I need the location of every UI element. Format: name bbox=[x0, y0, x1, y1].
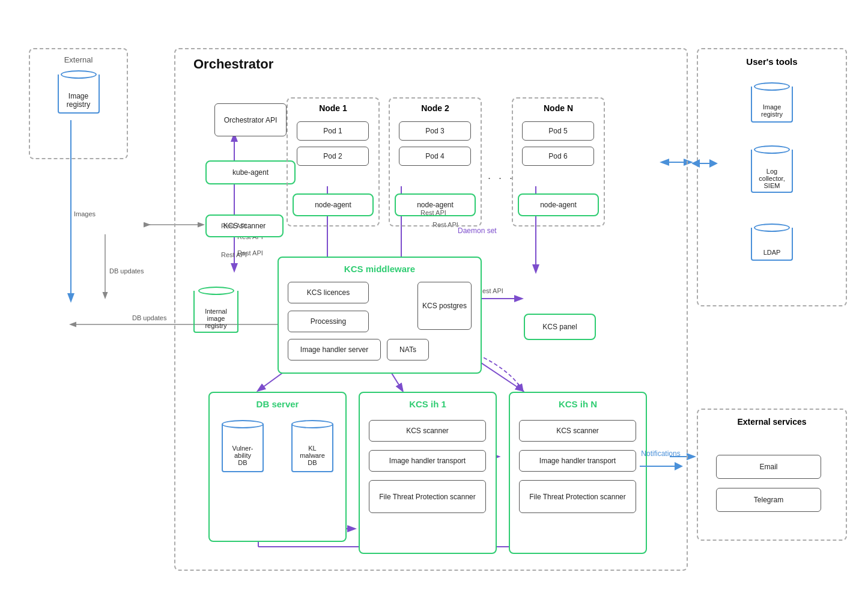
ext-image-registry-label: Imageregistry bbox=[67, 92, 90, 109]
rest-api-label-1: Rest API bbox=[221, 222, 247, 230]
ut-log-collector: Logcollector,SIEM bbox=[751, 145, 793, 193]
users-tools-box: User's tools Imageregistry Logcollector,… bbox=[697, 48, 847, 306]
ut-image-registry-label: Imageregistry bbox=[761, 103, 783, 118]
internal-registry-label: Internalimageregistry bbox=[205, 308, 227, 329]
kcs-ihN-title: KCS ih N bbox=[559, 399, 597, 409]
pod3-box: Pod 3 bbox=[399, 121, 471, 141]
orchestrator-box: Orchestrator Orchestrator API kube-agent… bbox=[174, 48, 688, 571]
kcs-ih1-transport-box: Image handler transport bbox=[369, 450, 486, 472]
kcs-middleware-box: KCS middleware KCS licences KCS postgres… bbox=[278, 257, 482, 374]
pod3-label: Pod 3 bbox=[425, 127, 444, 135]
kube-agent-label: kube-agent bbox=[232, 168, 269, 177]
processing-label: Processing bbox=[311, 317, 346, 326]
kcs-ih1-scanner-box: KCS scanner bbox=[369, 420, 486, 442]
processing-box: Processing bbox=[288, 311, 369, 332]
external-left-box: External Imageregistry bbox=[29, 48, 128, 159]
nodeN-agent-box: node-agent bbox=[518, 193, 599, 216]
kcs-licences-label: KCS licences bbox=[307, 288, 350, 297]
rest-api-label-2: Rest API bbox=[221, 251, 247, 258]
nodeN-box: Node N Pod 5 Pod 6 node-agent bbox=[512, 97, 605, 227]
vuln-db: Vulner-abilityDB bbox=[222, 420, 264, 472]
kcs-ihN-box: KCS ih N KCS scanner Image handler trans… bbox=[509, 392, 647, 554]
pod5-box: Pod 5 bbox=[522, 121, 594, 141]
node1-agent-label: node-agent bbox=[315, 201, 351, 209]
nats-label: NATs bbox=[399, 345, 416, 354]
email-label: Email bbox=[759, 463, 777, 471]
node1-box: Node 1 Pod 1 Pod 2 node-agent bbox=[287, 97, 380, 227]
external-services-title: External services bbox=[737, 417, 806, 427]
db-server-title: DB server bbox=[256, 399, 299, 409]
db-server-box: DB server Vulner-abilityDB KLmalwareDB bbox=[208, 392, 347, 542]
daemon-set-label: Daemon set bbox=[458, 227, 497, 235]
ut-image-registry: Imageregistry bbox=[751, 82, 793, 123]
db-updates-label-1: DB updates bbox=[109, 267, 144, 275]
double-arrow-svg bbox=[690, 156, 720, 171]
kcs-licences-box: KCS licences bbox=[288, 282, 369, 303]
vuln-db-label: Vulner-abilityDB bbox=[232, 445, 253, 466]
svg-text:DB updates: DB updates bbox=[132, 314, 167, 321]
nats-box: NATs bbox=[387, 339, 429, 360]
orchestrator-api-box: Orchestrator API bbox=[214, 103, 287, 136]
image-handler-server-label: Image handler server bbox=[300, 345, 368, 354]
notifications-label: Notifications bbox=[641, 449, 680, 458]
kube-agent-box: kube-agent bbox=[205, 160, 296, 184]
ut-log-collector-label: Logcollector,SIEM bbox=[759, 168, 785, 189]
image-handler-server-box: Image handler server bbox=[288, 339, 381, 360]
images-label: Images bbox=[74, 210, 96, 217]
pod6-label: Pod 6 bbox=[548, 152, 567, 160]
kl-malware-db: KLmalwareDB bbox=[291, 420, 333, 472]
kcs-ihN-transport-box: Image handler transport bbox=[519, 450, 636, 472]
external-label: External bbox=[64, 55, 93, 64]
kcs-ihN-scanner-label: KCS scanner bbox=[556, 427, 599, 435]
notifications-arrow bbox=[637, 459, 685, 473]
kcs-panel-label: KCS panel bbox=[542, 323, 577, 331]
orchestrator-api-label: Orchestrator API bbox=[224, 116, 278, 124]
kcs-ih1-title: KCS ih 1 bbox=[409, 399, 446, 409]
ut-ldap: LDAP bbox=[751, 224, 793, 261]
external-services-box: External services Email Telegram bbox=[697, 409, 847, 541]
pod4-box: Pod 4 bbox=[399, 147, 471, 166]
node2-agent-label: node-agent bbox=[417, 201, 454, 209]
kcs-ih1-scanner-label: KCS scanner bbox=[406, 427, 449, 435]
nodeN-agent-label: node-agent bbox=[540, 201, 577, 209]
ext-image-registry: Imageregistry bbox=[58, 70, 100, 114]
rest-api-label-3: Rest API bbox=[420, 209, 446, 216]
telegram-box: Telegram bbox=[716, 488, 821, 512]
email-box: Email bbox=[716, 455, 821, 479]
node1-agent-box: node-agent bbox=[293, 193, 374, 216]
nodeN-title: Node N bbox=[544, 103, 573, 113]
notifications-area: Notifications bbox=[637, 449, 685, 473]
pod1-label: Pod 1 bbox=[323, 127, 342, 135]
pod2-label: Pod 2 bbox=[323, 152, 342, 160]
kcs-postgres-label: KCS postgres bbox=[422, 302, 467, 310]
node2-box: Node 2 Pod 3 Pod 4 node-agent bbox=[389, 97, 482, 227]
pod6-box: Pod 6 bbox=[522, 147, 594, 166]
kcs-ihN-transport-label: Image handler transport bbox=[539, 457, 616, 465]
kcs-ihN-threat-box: File Threat Protection scanner bbox=[519, 480, 636, 513]
pod2-box: Pod 2 bbox=[297, 147, 369, 166]
kl-malware-db-label: KLmalwareDB bbox=[300, 445, 325, 466]
orchestrator-title: Orchestrator bbox=[193, 56, 273, 72]
pod1-box: Pod 1 bbox=[297, 121, 369, 141]
kcs-ihN-threat-label: File Threat Protection scanner bbox=[529, 493, 626, 501]
kcs-panel-box: KCS panel bbox=[524, 314, 596, 340]
internal-image-registry: Internalimageregistry bbox=[193, 287, 238, 333]
kcs-ih1-threat-box: File Threat Protection scanner bbox=[369, 480, 486, 513]
kcs-ihN-scanner-box: KCS scanner bbox=[519, 420, 636, 442]
kcs-ih1-threat-label: File Threat Protection scanner bbox=[379, 493, 476, 501]
dots-label: . . . bbox=[488, 169, 515, 182]
kcs-middleware-title: KCS middleware bbox=[344, 264, 415, 274]
kcs-ih1-box: KCS ih 1 KCS scanner Image handler trans… bbox=[359, 392, 497, 554]
node2-title: Node 2 bbox=[421, 103, 449, 113]
double-arrow-area bbox=[690, 156, 720, 171]
telegram-label: Telegram bbox=[754, 496, 783, 504]
users-tools-title: User's tools bbox=[746, 56, 797, 67]
pod5-label: Pod 5 bbox=[548, 127, 567, 135]
kcs-ih1-transport-label: Image handler transport bbox=[389, 457, 466, 465]
diagram-root: Images DB updates Rest API Rest API Rest… bbox=[0, 0, 868, 593]
node1-title: Node 1 bbox=[319, 103, 347, 113]
ut-ldap-label: LDAP bbox=[763, 249, 781, 256]
kcs-postgres-box: KCS postgres bbox=[417, 282, 472, 330]
pod4-label: Pod 4 bbox=[425, 152, 444, 160]
